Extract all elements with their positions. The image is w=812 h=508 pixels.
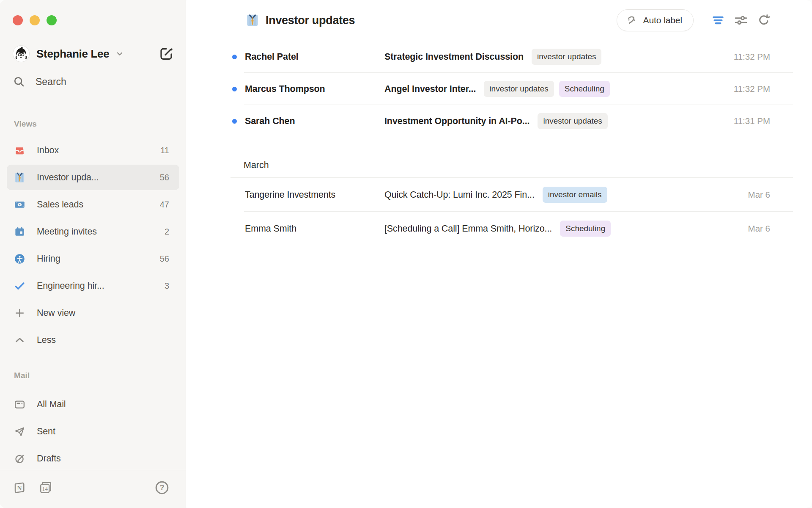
mail-list: All Mail Sent [7,392,179,473]
email-row[interactable]: Rachel Patel Strategic Investment Discus… [187,41,812,73]
mail-section-label: Mail [14,371,30,380]
sidebar-item-count: 56 [160,254,169,264]
sidebar-item-label: Sales leads [37,199,83,210]
refresh-button[interactable] [754,11,773,30]
all-mail-icon [14,399,25,410]
label-chip[interactable]: Scheduling [559,81,610,97]
sidebar-item-label: Hiring [37,254,60,264]
svg-text:?: ? [160,483,165,492]
email-time: Mar 6 [717,224,770,234]
sidebar-item-less[interactable]: Less [7,327,179,353]
sidebar-item-count: 47 [160,200,169,210]
user-name: Stephanie Lee [36,47,109,61]
email-subject: Angel Investor Inter... [384,84,476,94]
help-icon: ? [154,480,170,495]
svg-text:14: 14 [42,486,48,492]
help-button[interactable]: ? [154,480,170,495]
zoom-window-button[interactable] [47,15,57,25]
notion-calendar-button[interactable]: 14 [39,481,52,494]
close-window-button[interactable] [13,15,23,25]
auto-label-wand-icon [625,14,638,27]
sidebar-item-engineering-hiring[interactable]: Engineering hir... 3 [7,273,179,298]
app-window: Stephanie Lee [0,0,812,508]
email-row[interactable]: Tangerine Investments Quick Catch-Up: Lu… [187,178,812,212]
filter-button[interactable] [709,11,727,30]
sidebar-item-label: Drafts [37,453,61,464]
chevron-down-icon [115,49,124,58]
sidebar-item-inbox[interactable]: Inbox 11 [7,138,179,163]
compose-button[interactable] [158,45,175,62]
sidebar-item-new-view[interactable]: New view [7,300,179,326]
sidebar-item-label: New view [37,308,75,318]
necktie-icon [14,172,25,183]
sidebar-item-label: Meeting invites [37,226,97,237]
chevron-up-icon [14,334,25,346]
search-button[interactable]: Search [13,75,66,88]
sidebar-item-label: Engineering hir... [37,281,104,291]
sidebar-item-label: Sent [37,426,55,437]
views-list: Inbox 11 Investor upda... 56 [7,138,179,354]
sidebar-item-label: Inbox [37,145,59,156]
sidebar-item-label: Investor upda... [37,172,99,183]
account-switcher[interactable]: Stephanie Lee [13,44,175,64]
email-row[interactable]: Marcus Thompson Angel Investor Inter... … [187,73,812,105]
sidebar-item-count: 11 [160,146,169,155]
label-chip[interactable]: investor emails [543,187,607,203]
avatar [13,45,30,62]
person-circle-icon [14,253,25,265]
sidebar-item-count: 3 [165,281,169,291]
filter-icon [711,13,725,28]
email-subject: Investment Opportunity in AI-Po... [384,116,529,127]
unread-dot [232,55,237,59]
email-sender: Sarah Chen [245,116,384,127]
label-chip[interactable]: Scheduling [560,221,611,237]
sidebar-item-meeting-invites[interactable]: Meeting invites 2 [7,219,179,244]
views-section-label: Views [14,119,37,129]
email-row[interactable]: Emma Smith [Scheduling a Call] Emma Smit… [187,212,812,246]
search-icon [13,75,25,88]
window-controls [13,15,57,25]
sidebar-item-hiring[interactable]: Hiring 56 [7,246,179,271]
label-chip[interactable]: investor updates [538,113,607,129]
sidebar-footer: N 14 ? [13,480,170,495]
sidebar-item-label: All Mail [37,399,66,410]
auto-label-text: Auto label [643,15,682,25]
sidebar-item-sent[interactable]: Sent [7,419,179,444]
email-row[interactable]: Sarah Chen Investment Opportunity in AI-… [187,105,812,137]
email-time: 11:32 PM [717,52,770,62]
date-section-header: March [187,137,812,178]
sliders-icon [734,13,748,28]
email-subject: Quick Catch-Up: Lumi Inc. 2025 Fin... [384,190,535,200]
label-chip[interactable]: investor updates [532,49,601,65]
sidebar-item-count: 56 [160,173,169,182]
sidebar-item-all-mail[interactable]: All Mail [7,392,179,417]
sidebar-item-investor-updates[interactable]: Investor upda... 56 [7,165,179,190]
view-header: Investor updates Auto label [187,0,812,41]
svg-text:N: N [17,484,22,491]
email-sender: Rachel Patel [245,52,384,62]
notion-logo-icon: N [13,481,26,494]
draft-icon [14,453,25,464]
sidebar: Stephanie Lee [0,0,186,508]
auto-label-button[interactable]: Auto label [617,9,694,31]
label-chip[interactable]: investor updates [484,81,554,97]
minimize-window-button[interactable] [30,15,40,25]
search-label: Search [36,76,66,88]
refresh-icon [757,14,771,27]
email-sender: Tangerine Investments [245,190,384,200]
unread-dot [232,119,237,124]
email-time: Mar 6 [717,190,770,200]
display-settings-button[interactable] [732,11,750,30]
email-sender: Marcus Thompson [245,84,384,94]
email-time: 11:31 PM [717,116,770,126]
notion-app-button[interactable]: N [13,481,26,494]
sidebar-item-label: Less [37,335,56,345]
checkmark-icon [14,280,25,292]
compose-icon [159,46,174,61]
email-sender: Emma Smith [245,224,384,234]
email-list: Rachel Patel Strategic Investment Discus… [187,41,812,246]
send-icon [14,426,25,437]
inbox-icon [14,145,25,156]
sidebar-item-drafts[interactable]: Drafts [7,446,179,471]
sidebar-item-sales-leads[interactable]: Sales leads 47 [7,192,179,217]
